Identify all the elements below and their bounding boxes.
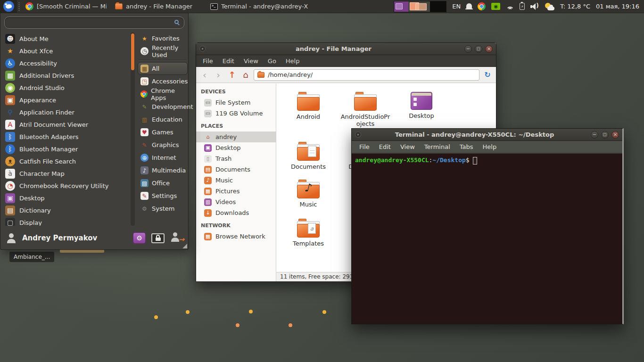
home-icon[interactable]: ⌂ [240, 68, 251, 82]
app-item-about-me[interactable]: ☻About Me [2, 33, 129, 45]
battery-icon[interactable] [520, 3, 525, 10]
search-input[interactable] [4, 16, 184, 29]
fm-menu-help[interactable]: Help [281, 56, 305, 66]
terminal-titlebar[interactable]: Terminal - andrey@andrey-X550CL: ~/Deskt… [352, 129, 622, 141]
notification-bell-icon[interactable] [466, 3, 472, 8]
file-item-androidstudioprojects[interactable]: AndroidStudioProjects [337, 92, 394, 127]
terminal-menu-view[interactable]: View [396, 142, 420, 152]
maximize-icon[interactable] [475, 45, 482, 53]
minimize-icon[interactable] [464, 45, 472, 53]
forward-icon[interactable]: › [213, 68, 224, 82]
taskbar-button-chrome[interactable]: [Smooth Criminal — Michael... [21, 0, 111, 13]
file-item-android[interactable]: Android [282, 92, 335, 120]
app-item-desktop[interactable]: ▣Desktop [2, 192, 129, 204]
app-item-appearance[interactable]: ▣Appearance [2, 94, 129, 106]
fm-menu-go[interactable]: Go [263, 56, 281, 66]
category-graphics[interactable]: ✎Graphics [138, 139, 188, 151]
sidebar-item-browse-network[interactable]: ▦Browse Network [196, 231, 276, 242]
file-item-documents[interactable]: Documents [282, 142, 335, 170]
file-item-desktop[interactable]: Desktop [395, 92, 448, 119]
volume-icon[interactable] [530, 3, 539, 10]
file-item-templates[interactable]: aTemplates [282, 219, 335, 247]
workspace-switcher[interactable] [394, 1, 446, 12]
window-menu-icon[interactable] [355, 132, 361, 138]
wifi-icon[interactable] [506, 3, 514, 9]
category-games[interactable]: ♥Games [138, 126, 188, 139]
workspace-1[interactable] [394, 1, 408, 12]
sidebar-item-downloads[interactable]: ↓Downloads [196, 207, 276, 218]
window-menu-icon[interactable] [199, 46, 206, 52]
fm-titlebar[interactable]: andrey - File Manager [196, 43, 496, 55]
nvidia-tray-icon[interactable]: ◉ [491, 3, 500, 10]
maximize-icon[interactable] [601, 131, 609, 139]
app-item-dictionary[interactable]: ▤Dictionary [2, 204, 129, 216]
chrome-tray-icon[interactable] [478, 2, 486, 10]
sidebar-item-documents[interactable]: ▤Documents [196, 164, 276, 175]
reload-icon[interactable]: ↻ [482, 68, 493, 82]
panel-handle[interactable] [18, 2, 20, 11]
app-item-about-xfce[interactable]: ★About Xfce [2, 45, 129, 57]
terminal-menu-help[interactable]: Help [478, 142, 502, 152]
sidebar-item-119-gb-volume[interactable]: ▭119 GB Volume [196, 108, 276, 119]
temperature-indicator[interactable]: T: 12,8 °C [560, 3, 590, 10]
taskbar-button-terminal[interactable]: Terminal - andrey@andrey-X... [206, 0, 313, 13]
terminal-console[interactable]: andrey@andrey-X550CL:~/Desktop$ [352, 154, 622, 324]
category-recently-used[interactable]: ◷Recently Used [138, 45, 188, 58]
category-development[interactable]: ✎Development [138, 100, 188, 113]
resize-grip[interactable] [182, 244, 187, 248]
app-item-bluetooth-manager[interactable]: ᛒBluetooth Manager [2, 143, 129, 155]
keyboard-layout-indicator[interactable]: EN [452, 3, 461, 10]
category-chrome-apps[interactable]: Chrome Apps [138, 88, 188, 100]
fm-menu-edit[interactable]: Edit [218, 56, 239, 66]
sidebar-item-andrey[interactable]: ⌂andrey [196, 132, 276, 142]
category-settings[interactable]: ✎Settings [138, 189, 188, 202]
clock[interactable]: 01 мая, 19:16 [596, 3, 639, 10]
close-icon[interactable] [611, 131, 619, 139]
taskbar-button-file-manager[interactable]: andrey - File Manager [111, 0, 206, 13]
app-item-android-studio[interactable]: ◉Android Studio [2, 82, 129, 94]
terminal-menu-edit[interactable]: Edit [374, 142, 396, 152]
terminal-menu-file[interactable]: File [355, 142, 374, 152]
terminal-menu-terminal[interactable]: Terminal [420, 142, 455, 152]
terminal-menu-tabs[interactable]: Tabs [455, 142, 478, 152]
logout-button[interactable] [170, 232, 182, 244]
workspace-3[interactable] [430, 1, 446, 12]
category-favorites[interactable]: ★Favorites [138, 32, 188, 45]
app-item-application-finder[interactable]: ⚲Application Finder [2, 106, 129, 118]
app-list-scrollbar[interactable] [131, 33, 135, 226]
app-item-chromebook-recovery-utility[interactable]: ◔Chromebook Recovery Utility [2, 180, 129, 192]
minimize-icon[interactable] [591, 131, 598, 139]
sidebar-item-desktop[interactable]: ▣Desktop [196, 142, 276, 153]
app-item-additional-drivers[interactable]: ▦Additional Drivers [2, 69, 129, 82]
lock-screen-button[interactable] [151, 233, 165, 243]
app-item-atril-document-viewer[interactable]: AAtril Document Viewer [2, 118, 129, 131]
close-icon[interactable] [485, 45, 493, 53]
category-internet[interactable]: ⊕Internet [138, 151, 188, 164]
settings-manager-button[interactable] [133, 232, 146, 244]
sidebar-item-pictures[interactable]: ▦Pictures [196, 186, 276, 197]
sidebar-item-file-system[interactable]: ▭File System [196, 97, 276, 108]
category-all[interactable]: ▦All [138, 62, 188, 75]
app-item-character-map[interactable]: àCharacter Map [2, 167, 129, 180]
sidebar-item-music[interactable]: ♪Music [196, 175, 276, 186]
whisker-menu-button[interactable] [0, 0, 17, 13]
sidebar-item-videos[interactable]: ▥Videos [196, 197, 276, 207]
category-office[interactable]: ▤Office [138, 177, 188, 189]
app-item-catfish-file-search[interactable]: ᴥCatfish File Search [2, 155, 129, 167]
up-icon[interactable]: ↑ [226, 68, 238, 82]
weather-icon[interactable] [545, 3, 554, 10]
scrollbar-thumb[interactable] [131, 33, 134, 70]
back-icon[interactable]: ‹ [199, 68, 210, 82]
sidebar-item-trash[interactable]: ▯Trash [196, 153, 276, 164]
category-accessories[interactable]: ◳Accessories [138, 75, 188, 88]
fm-menu-view[interactable]: View [239, 56, 263, 66]
app-item-display[interactable]: ▢Display [2, 216, 129, 226]
desktop-icon-label[interactable]: Ambiance_... [9, 252, 54, 262]
category-education[interactable]: ▥Education [138, 113, 188, 126]
fm-menu-file[interactable]: File [198, 56, 218, 66]
category-system[interactable]: ⚙System [138, 202, 188, 215]
file-item-music[interactable]: ♪Music [282, 180, 335, 208]
path-bar[interactable]: /home/andrey/ [254, 69, 479, 81]
app-item-accessibility[interactable]: ♿Accessibility [2, 57, 129, 69]
app-item-bluetooth-adapters[interactable]: ᛒBluetooth Adapters [2, 131, 129, 143]
